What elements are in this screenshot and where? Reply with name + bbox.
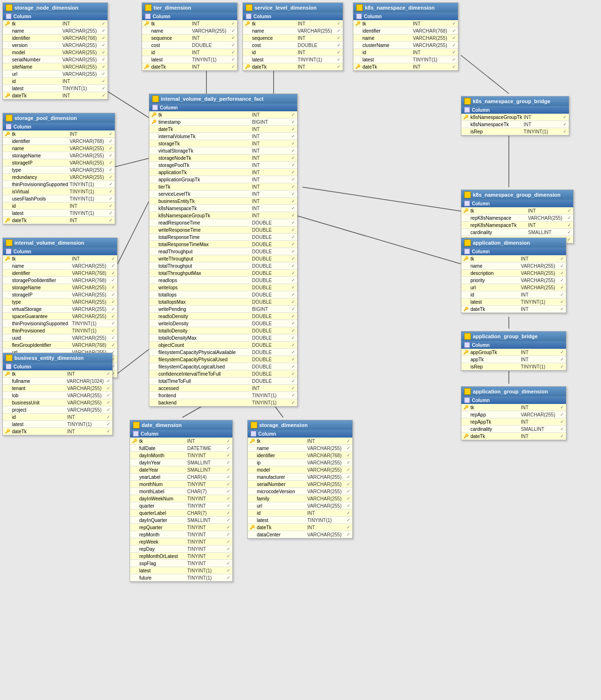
- table-header-application-dimension[interactable]: application_dimension: [461, 238, 566, 248]
- table-row: latestTINYINT(1)✓: [243, 56, 343, 63]
- table-row: 🔑dateTkINT✓: [461, 306, 566, 313]
- table-row: totalIopsMaxDOUBLE✓: [149, 298, 297, 306]
- table-row: 🔑tkINT✓: [461, 404, 566, 411]
- table-icon: [246, 4, 252, 11]
- table-row: dateYearSMALLINT✓: [130, 466, 232, 474]
- col-icon: [251, 431, 256, 437]
- table-header-internal-volume-dimension[interactable]: internal_volume_dimension: [3, 238, 117, 248]
- table-title: k8s_namespace_dimension: [365, 5, 435, 11]
- table-row: nameVARCHAR(255)✓: [3, 262, 117, 270]
- table-body: 🔑tkINT✓ nameVARCHAR(255)✓ descriptionVAR…: [461, 255, 566, 313]
- table-title: tier_dimension: [154, 5, 191, 11]
- table-k8s-namespace-dimension[interactable]: k8s_namespace_dimension Column 🔑tkINT✓ i…: [353, 2, 458, 71]
- table-row: repAppTkINT✓: [461, 418, 566, 426]
- table-row: urlVARCHAR(255)✓: [3, 71, 108, 78]
- table-row: cardinalitySMALLINT✓: [461, 426, 566, 433]
- table-k8s-namespace-group-bridge[interactable]: k8s_namespace_group_bridge Column 🔑k8sNa…: [461, 96, 569, 136]
- table-row: storagePoolTkINT✓: [149, 162, 297, 169]
- table-storage-pool-dimension[interactable]: storage_pool_dimension Column 🔑tkINT✓ id…: [2, 113, 115, 225]
- table-application-dimension[interactable]: application_dimension Column 🔑tkINT✓ nam…: [461, 237, 566, 313]
- table-row: fullnameVARCHAR(1024)✓: [3, 378, 112, 385]
- table-title: application_group_bridge: [473, 333, 538, 339]
- table-header-k8s-namespace-group-bridge[interactable]: k8s_namespace_group_bridge: [461, 96, 569, 106]
- table-row: latestTINYINT(1)✓: [142, 56, 237, 63]
- table-internal-volume-daily-performance-fact[interactable]: internal_volume_daily_performance_fact C…: [149, 94, 298, 407]
- table-row: totalIoDensityMaxDOUBLE✓: [149, 334, 297, 342]
- table-row: writeResponseTimeDOUBLE✓: [149, 226, 297, 234]
- table-row: idINT✓: [142, 49, 237, 56]
- table-header-business-entity-dimension[interactable]: business_entity_dimension: [3, 353, 112, 363]
- table-row: 🔑tkINT✓: [248, 438, 352, 445]
- table-row: identifierVARCHAR(768)✓: [3, 138, 115, 145]
- table-row: descriptionVARCHAR(255)✓: [461, 270, 566, 277]
- table-row: idINT✓: [3, 414, 112, 421]
- table-row: tenantVARCHAR(255)✓: [3, 385, 112, 392]
- section-header: Column: [142, 12, 237, 20]
- table-row: dateTkINT✓: [149, 126, 297, 133]
- table-row: nameVARCHAR(255)✓: [243, 27, 343, 35]
- table-row: writeIoDensityDOUBLE✓: [149, 320, 297, 327]
- table-row: accessedINT✓: [149, 385, 297, 392]
- col-icon: [145, 13, 151, 19]
- table-body: 🔑tkINT✓ nameVARCHAR(255)✓ identifierVARC…: [248, 438, 352, 538]
- table-header-application-group-bridge[interactable]: application_group_bridge: [461, 332, 566, 341]
- table-header-service-level-dimension[interactable]: service_level_dimension: [243, 3, 343, 12]
- table-row: idINT✓: [461, 291, 566, 298]
- table-icon: [464, 239, 471, 246]
- table-header-storage-node-dimension[interactable]: storage_node_dimension: [3, 3, 108, 12]
- table-row: identifierVARCHAR(768)✓: [3, 270, 117, 277]
- table-application-group-dimension[interactable]: application_group_dimension Column 🔑tkIN…: [461, 386, 566, 440]
- table-storage-node-dimension[interactable]: storage_node_dimension Column 🔑tkINT✓ na…: [2, 2, 108, 100]
- table-body: 🔑tkINT✓ identifierVARCHAR(768)✓ nameVARC…: [353, 20, 458, 71]
- table-business-entity-dimension[interactable]: business_entity_dimension Column 🔑tkINT✓…: [2, 353, 113, 436]
- table-row: repK8sNamespaceTkINT✓: [461, 222, 573, 229]
- table-header-fact[interactable]: internal_volume_daily_performance_fact: [149, 94, 297, 104]
- table-k8s-namespace-group-dimension[interactable]: k8s_namespace_group_dimension Column 🔑tk…: [461, 190, 574, 244]
- table-service-level-dimension[interactable]: service_level_dimension Column 🔑tkINT✓ n…: [242, 2, 343, 71]
- table-row: serialNumberVARCHAR(255)✓: [248, 481, 352, 488]
- table-tier-dimension[interactable]: tier_dimension Column 🔑tkINT✓ nameVARCHA…: [142, 2, 238, 71]
- table-header-storage-pool-dimension[interactable]: storage_pool_dimension: [3, 113, 115, 123]
- section-header: Column: [149, 104, 297, 111]
- table-application-group-bridge[interactable]: application_group_bridge Column 🔑appGrou…: [461, 331, 566, 371]
- section-header: Column: [243, 12, 343, 20]
- table-row: 🔑k8sNamespaceGroupTkINT✓: [461, 114, 569, 121]
- table-icon: [6, 4, 12, 11]
- col-icon: [6, 13, 12, 19]
- section-header: Column: [461, 248, 566, 255]
- table-title: application_dimension: [473, 240, 530, 246]
- table-date-dimension[interactable]: date_dimension Column 🔑tkINT✓ fullDateDA…: [130, 420, 233, 582]
- svg-line-7: [298, 216, 461, 264]
- table-icon: [152, 95, 159, 102]
- table-icon: [356, 4, 363, 11]
- table-header-k8s-namespace-group-dimension[interactable]: k8s_namespace_group_dimension: [461, 190, 573, 200]
- table-body: 🔑tkINT✓ 🔑timestampBIGINT✓ dateTkINT✓ int…: [149, 111, 297, 406]
- table-header-date-dimension[interactable]: date_dimension: [130, 420, 232, 430]
- table-row: latestTINYINT(1)✓: [3, 421, 112, 428]
- table-row: virtualStorageVARCHAR(255)✓: [3, 306, 117, 313]
- table-header-tier-dimension[interactable]: tier_dimension: [142, 3, 237, 12]
- table-row: storageNameVARCHAR(255)✓: [3, 284, 117, 291]
- table-row: totalIopsDOUBLE✓: [149, 291, 297, 298]
- table-title: k8s_namespace_group_dimension: [473, 192, 561, 198]
- table-row: spaceGuaranteeVARCHAR(255)✓: [3, 313, 117, 320]
- section-header: Column: [461, 341, 566, 349]
- table-row: tierTkINT✓: [149, 183, 297, 190]
- table-row: sequenceINT✓: [243, 35, 343, 42]
- table-row: 🔑tkINT✓: [3, 20, 108, 27]
- table-header-k8s-namespace-dimension[interactable]: k8s_namespace_dimension: [353, 3, 458, 12]
- table-row: latestTINYINT(1)✓: [353, 56, 458, 63]
- table-icon: [6, 355, 12, 361]
- table-row: quarterLabelCHAR(7)✓: [130, 510, 232, 517]
- table-row: readThroughputDOUBLE✓: [149, 248, 297, 255]
- table-body: 🔑tkINT✓ fullDateDATETIME✓ dayInMonthTINY…: [130, 438, 232, 581]
- table-row: cardinalitySMALLINT✓: [461, 229, 573, 236]
- table-row: storageNodeTkINT✓: [149, 154, 297, 162]
- table-header-application-group-dimension[interactable]: application_group_dimension: [461, 387, 566, 396]
- table-title: service_level_dimension: [254, 5, 317, 11]
- table-row: objectCountDOUBLE✓: [149, 342, 297, 349]
- table-row: costDOUBLE✓: [142, 42, 237, 49]
- table-storage-dimension[interactable]: storage_dimension Column 🔑tkINT✓ nameVAR…: [247, 420, 353, 539]
- section-header: Column: [461, 106, 569, 114]
- table-header-storage-dimension[interactable]: storage_dimension: [248, 420, 352, 430]
